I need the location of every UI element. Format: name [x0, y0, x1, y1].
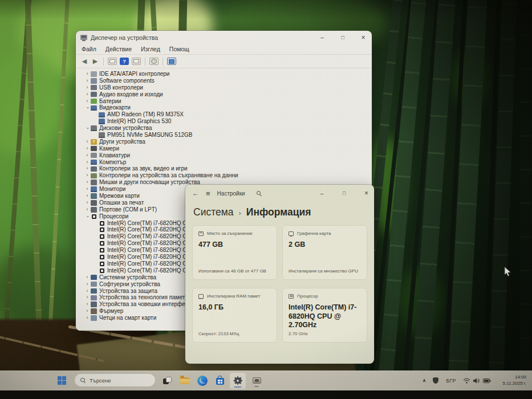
tree-item-label: Intel(R) HD Graphics 530 — [107, 118, 171, 125]
tree-item[interactable]: Intel(R) HD Graphics 530 — [76, 118, 372, 125]
search-input[interactable]: Търсене — [74, 373, 156, 387]
tree-item[interactable]: ›USB контролери — [76, 84, 372, 91]
expand-icon[interactable]: › — [84, 78, 91, 84]
active-app-indicator — [234, 386, 242, 388]
battery-icon[interactable] — [482, 370, 492, 390]
hamburger-menu-icon[interactable] — [206, 189, 210, 198]
expand-icon[interactable]: › — [84, 301, 91, 308]
back-icon[interactable] — [80, 58, 88, 65]
breadcrumb-system[interactable]: Система — [193, 206, 233, 218]
bamboo-stalk — [487, 0, 518, 390]
collapse-icon[interactable]: › — [84, 213, 91, 220]
expand-icon[interactable]: › — [84, 159, 91, 166]
menu-file[interactable]: Файл — [82, 46, 96, 52]
expand-icon[interactable]: › — [84, 199, 91, 206]
window-title: Диспечер на устройства — [91, 34, 158, 41]
expand-icon[interactable]: › — [84, 308, 91, 315]
language-indicator[interactable]: БГР — [445, 370, 457, 390]
tree-item[interactable]: ›Батерии — [76, 98, 372, 105]
minimize-button[interactable] — [314, 31, 331, 44]
edge-browser-button[interactable] — [195, 373, 210, 388]
menu-action[interactable]: Действие — [105, 46, 132, 52]
help-icon[interactable] — [120, 58, 129, 65]
wifi-icon[interactable] — [462, 370, 471, 390]
tree-item[interactable]: ›Дискови устройства — [76, 125, 372, 132]
scan-hardware-changes-icon[interactable] — [149, 58, 159, 65]
expand-icon[interactable]: › — [84, 294, 91, 301]
expand-icon[interactable]: › — [84, 172, 91, 179]
settings-app-button[interactable] — [230, 373, 246, 389]
storage-icon — [198, 231, 204, 236]
tray-chevron-icon[interactable] — [420, 370, 429, 390]
menu-help[interactable]: Помощ — [169, 46, 189, 52]
bamboo-stalk — [481, 0, 502, 390]
expand-icon[interactable]: › — [84, 71, 91, 78]
network-icon — [91, 193, 97, 199]
taskbar-clock[interactable]: 14:00 5.11.2025 г. — [503, 370, 526, 390]
menu-bar: Файл Действие Изглед Помощ — [76, 44, 372, 55]
maximize-button[interactable] — [334, 31, 351, 44]
expand-icon[interactable]: › — [84, 98, 91, 105]
speaker-icon[interactable] — [472, 370, 481, 390]
close-button[interactable] — [359, 185, 374, 202]
file-explorer-button[interactable] — [177, 373, 192, 388]
disk-icon — [99, 132, 105, 138]
properties-icon[interactable] — [132, 58, 141, 65]
tree-item[interactable]: ›?Други устройства — [76, 139, 372, 145]
tree-item[interactable]: ›Компютър — [76, 159, 372, 166]
device-manager-taskbar-button[interactable] — [249, 373, 264, 388]
expand-icon[interactable]: › — [84, 274, 91, 281]
forward-icon[interactable] — [91, 58, 99, 65]
tree-item[interactable]: ›Клавиатури — [76, 152, 372, 159]
collapse-icon[interactable]: › — [84, 125, 91, 132]
expand-icon[interactable]: › — [84, 186, 91, 193]
back-icon[interactable] — [192, 189, 199, 197]
expand-icon[interactable]: › — [84, 193, 91, 199]
devices-by-type-icon[interactable] — [167, 58, 176, 65]
minimize-button[interactable] — [314, 185, 330, 202]
expand-icon[interactable]: › — [84, 139, 91, 145]
tree-item[interactable]: ›Software components — [76, 78, 372, 84]
collapse-icon[interactable]: › — [84, 104, 91, 111]
tree-item[interactable]: ›Контролери на устройства за съхраняване… — [76, 172, 372, 179]
tree-item[interactable]: AMD Radeon (TM) R9 M375X — [76, 111, 372, 118]
expand-icon[interactable]: › — [84, 145, 91, 152]
search-icon[interactable] — [257, 191, 262, 196]
expand-icon[interactable]: › — [84, 152, 91, 159]
expand-icon[interactable]: › — [84, 315, 91, 321]
expand-icon[interactable]: › — [84, 288, 91, 295]
tree-item[interactable]: ›Аудио входове и изходи — [76, 91, 372, 98]
expand-icon[interactable]: › — [84, 206, 91, 213]
menu-view[interactable]: Изглед — [141, 46, 160, 52]
clock-date: 5.11.2025 г. — [503, 381, 526, 387]
tree-item[interactable]: PM951 NVMe SAMSUNG 512GB — [76, 132, 372, 139]
device-manager-titlebar[interactable]: Диспечер на устройства — [76, 31, 372, 44]
tray-shield-icon[interactable] — [431, 370, 440, 390]
maximize-button[interactable] — [336, 185, 352, 202]
toolbar — [76, 55, 372, 68]
microsoft-store-button[interactable] — [213, 373, 228, 388]
running-app-indicator — [255, 386, 259, 388]
cpu-icon — [100, 227, 104, 232]
task-view-button[interactable] — [160, 373, 174, 388]
card-value: 477 GB — [198, 241, 271, 250]
expand-icon[interactable]: › — [84, 179, 91, 186]
expand-icon[interactable]: › — [84, 281, 91, 288]
tree-item-label: Портове (COM и LPT) — [99, 206, 157, 213]
settings-titlebar[interactable]: Настройки — [185, 185, 374, 202]
expand-icon[interactable]: › — [84, 91, 91, 98]
start-button[interactable] — [54, 373, 69, 388]
folder-icon — [180, 377, 189, 384]
tree-item[interactable]: ›IDE ATA/ATAPI контролери — [76, 71, 372, 78]
taskbar: Търсене БГР 14:00 5.11.2025 г. — [0, 370, 532, 390]
tree-item-label: Процесори — [99, 213, 128, 220]
tree-item[interactable]: ›Контролери за звук, видео и игри — [76, 165, 372, 172]
expand-icon[interactable]: › — [84, 84, 91, 91]
gear-icon — [234, 376, 242, 385]
show-console-tree-icon[interactable] — [108, 58, 117, 65]
expand-icon[interactable]: › — [84, 165, 91, 172]
bamboo-stalk — [24, 0, 46, 390]
tree-item[interactable]: ›Видеокарти — [76, 104, 372, 111]
close-button[interactable] — [355, 31, 372, 44]
tree-item[interactable]: ›Камери — [76, 145, 372, 152]
